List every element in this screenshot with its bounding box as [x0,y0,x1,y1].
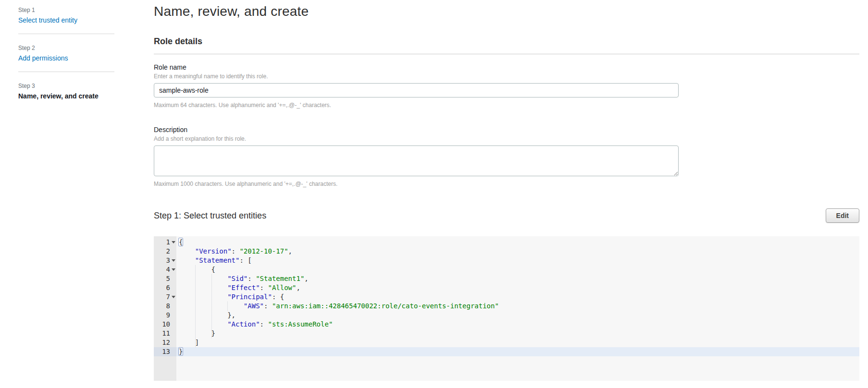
code-line[interactable]: 10 "Action": "sts:AssumeRole" [154,320,859,329]
code-line[interactable]: 4 { [154,265,859,274]
fold-toggle-icon[interactable] [172,268,175,271]
code-line[interactable]: 13} [154,347,859,356]
sidebar-divider [18,72,114,72]
code-line[interactable]: 2 "Version": "2012-10-17", [154,247,859,256]
code-line[interactable]: 6 "Effect": "Allow", [154,283,859,292]
code-line-text: }, [176,311,859,320]
sidebar-divider [18,34,114,34]
line-number: 8 [154,302,176,311]
trusted-entities-header: Step 1: Select trusted entities Edit [154,208,859,223]
step-3-number-label: Step 3 [18,83,154,89]
code-line-text: } [176,347,859,356]
code-line-text: "Sid": "Statement1", [176,274,859,283]
code-line[interactable]: 12 ] [154,338,859,347]
code-line[interactable]: 1{ [154,238,859,247]
page-title: Name, review, and create [154,4,859,19]
code-line[interactable]: 5 "Sid": "Statement1", [154,274,859,283]
main-content: Name, review, and create Role details Ro… [154,0,868,381]
line-number: 2 [154,247,176,256]
page: Step 1 Select trusted entity Step 2 Add … [0,0,868,381]
code-line[interactable]: 8 "AWS": "arn:aws:iam::428465470022:role… [154,302,859,311]
sidebar-item-add-permissions[interactable]: Add permissions [18,54,68,62]
role-details-divider [154,54,859,54]
line-number: 1 [154,238,176,247]
step-2-number-label: Step 2 [18,45,154,51]
step-1-number-label: Step 1 [18,7,154,13]
role-name-hint: Enter a meaningful name to identify this… [154,73,859,80]
code-line-text: "Statement": [ [176,256,859,265]
sidebar-item-select-trusted-entity[interactable]: Select trusted entity [18,16,77,24]
sidebar-step-3: Step 3 Name, review, and create [18,83,154,100]
role-details-heading: Role details [154,36,859,47]
description-textarea[interactable] [154,146,679,176]
code-line-text: "Principal": { [176,292,859,302]
policy-editor-lines: 1{2 "Version": "2012-10-17",3 "Statement… [154,236,859,356]
code-line-text: ] [176,338,859,347]
code-line-text: { [176,265,859,274]
code-line-text: "Version": "2012-10-17", [176,247,859,256]
code-line[interactable]: 9 }, [154,311,859,320]
line-number: 7 [154,292,176,302]
policy-editor[interactable]: 1{2 "Version": "2012-10-17",3 "Statement… [154,236,859,381]
code-line-text: } [176,329,859,338]
edit-button[interactable]: Edit [826,208,859,223]
fold-toggle-icon[interactable] [172,241,175,243]
line-number: 6 [154,283,176,292]
line-number: 3 [154,256,176,265]
code-line[interactable]: 7 "Principal": { [154,292,859,302]
code-line-text: "Effect": "Allow", [176,283,859,292]
line-number: 10 [154,320,176,329]
code-line-text: { [176,238,859,247]
line-number: 5 [154,274,176,283]
fold-toggle-icon[interactable] [172,296,175,298]
code-line-text: "AWS": "arn:aws:iam::428465470022:role/c… [176,302,859,311]
code-line[interactable]: 11 } [154,329,859,338]
line-number: 4 [154,265,176,274]
sidebar-step-1: Step 1 Select trusted entity [18,7,154,24]
sidebar-step-2: Step 2 Add permissions [18,45,154,62]
code-line[interactable]: 3 "Statement": [ [154,256,859,265]
description-label: Description [154,126,859,133]
sidebar-item-current-step: Name, review, and create [18,92,154,100]
steps-sidebar: Step 1 Select trusted entity Step 2 Add … [0,0,154,381]
role-name-helper: Maximum 64 characters. Use alphanumeric … [154,102,859,109]
role-name-label: Role name [154,63,859,71]
line-number: 11 [154,329,176,338]
description-hint: Add a short explanation for this role. [154,135,859,142]
line-number: 9 [154,311,176,320]
line-number: 13 [154,347,176,356]
fold-toggle-icon[interactable] [172,259,175,262]
role-name-input[interactable] [154,83,679,97]
line-number: 12 [154,338,176,347]
trusted-entities-heading: Step 1: Select trusted entities [154,211,266,221]
code-line-text: "Action": "sts:AssumeRole" [176,320,859,329]
description-helper: Maximum 1000 characters. Use alphanumeri… [154,181,859,187]
